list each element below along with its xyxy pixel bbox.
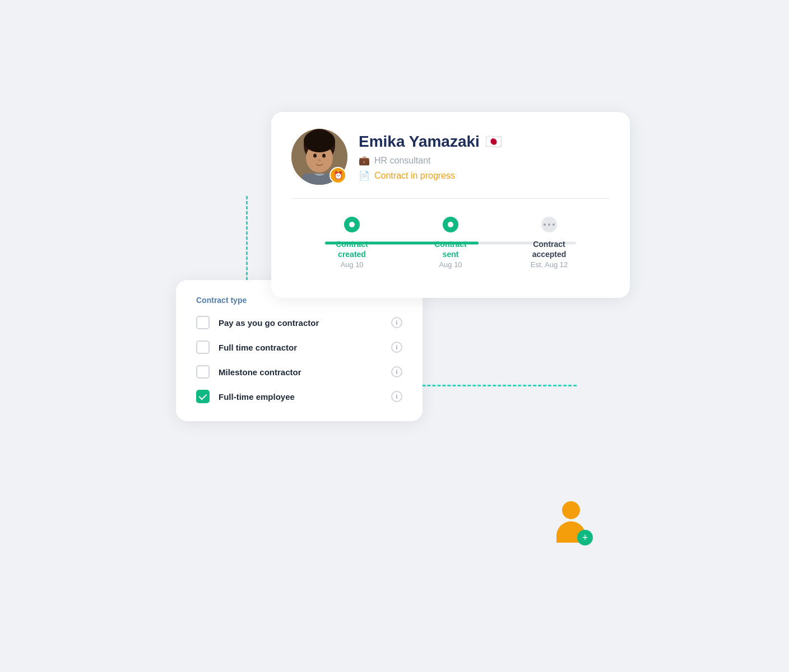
step-label-sent: Contractsent xyxy=(434,239,467,259)
profile-name: Emika Yamazaki 🇯🇵 xyxy=(359,133,610,151)
person-head xyxy=(562,501,580,519)
checkbox-payasyougo[interactable] xyxy=(196,316,210,329)
svg-point-4 xyxy=(304,130,335,152)
contract-status-text: Contract in progress xyxy=(374,171,455,181)
profile-role: 💼 HR consultant xyxy=(359,155,610,166)
contract-type-card: Contract type Pay as you go contractor i… xyxy=(176,280,423,421)
step-date-created: Aug 10 xyxy=(340,260,363,269)
svg-point-7 xyxy=(318,160,321,161)
contract-option-fulltime-contractor[interactable]: Full time contractor i xyxy=(196,340,402,354)
profile-card: ⏰ Emika Yamazaki 🇯🇵 💼 HR consultant 📄 Co… xyxy=(271,112,630,298)
contract-status: 📄 Contract in progress xyxy=(359,170,610,181)
info-icon-milestone[interactable]: i xyxy=(391,366,402,377)
step-label-accepted: Contractaccepted xyxy=(532,239,567,259)
timeline-step-created: Contractcreated Aug 10 xyxy=(303,217,401,269)
option-label-fulltime-employee: Full-time employee xyxy=(219,392,382,402)
role-text: HR consultant xyxy=(374,156,431,166)
timeline-step-accepted: Contractaccepted Est. Aug 12 xyxy=(500,217,598,269)
info-icon-fulltime-employee[interactable]: i xyxy=(391,391,402,402)
step-dot-sent xyxy=(443,217,458,232)
profile-header: ⏰ Emika Yamazaki 🇯🇵 💼 HR consultant 📄 Co… xyxy=(291,129,610,199)
document-icon: 📄 xyxy=(359,170,370,181)
option-label-fulltime-contractor: Full time contractor xyxy=(219,343,382,352)
checkbox-fulltime-contractor[interactable] xyxy=(196,340,210,354)
option-label-payasyougo: Pay as you go contractor xyxy=(219,318,382,328)
timeline-track: Contractcreated Aug 10 Contractsent Aug … xyxy=(291,217,610,269)
step-dot-accepted xyxy=(541,217,557,232)
briefcase-icon: 💼 xyxy=(359,155,370,166)
contract-option-milestone[interactable]: Milestone contractor i xyxy=(196,365,402,379)
svg-point-6 xyxy=(322,154,326,158)
info-icon-payasyougo[interactable]: i xyxy=(391,317,402,328)
timeline-section: Contractcreated Aug 10 Contractsent Aug … xyxy=(291,199,610,269)
info-icon-fulltime-contractor[interactable]: i xyxy=(391,342,402,353)
checkbox-fulltime-employee[interactable] xyxy=(196,390,210,403)
clock-icon: ⏰ xyxy=(333,171,343,180)
contract-option-fulltime-employee[interactable]: Full-time employee i xyxy=(196,390,402,403)
checkbox-milestone[interactable] xyxy=(196,365,210,379)
svg-point-5 xyxy=(313,154,317,158)
scene: ⏰ Emika Yamazaki 🇯🇵 💼 HR consultant 📄 Co… xyxy=(142,84,647,588)
option-label-milestone: Milestone contractor xyxy=(219,367,382,377)
flag-icon: 🇯🇵 xyxy=(485,134,502,150)
add-icon[interactable]: + xyxy=(577,530,593,545)
contract-option-payasyougo[interactable]: Pay as you go contractor i xyxy=(196,316,402,329)
avatar-wrapper: ⏰ xyxy=(291,129,347,185)
profile-info: Emika Yamazaki 🇯🇵 💼 HR consultant 📄 Cont… xyxy=(359,133,610,181)
person-silhouette: + xyxy=(551,501,591,543)
step-dot-created xyxy=(344,217,360,232)
step-date-accepted: Est. Aug 12 xyxy=(531,260,568,269)
timeline-step-sent: Contractsent Aug 10 xyxy=(401,217,500,269)
clock-badge: ⏰ xyxy=(329,167,346,184)
add-person-button[interactable]: + xyxy=(551,501,591,543)
name-text: Emika Yamazaki xyxy=(359,133,480,151)
step-label-created: Contractcreated xyxy=(336,239,368,259)
step-date-sent: Aug 10 xyxy=(439,260,462,269)
